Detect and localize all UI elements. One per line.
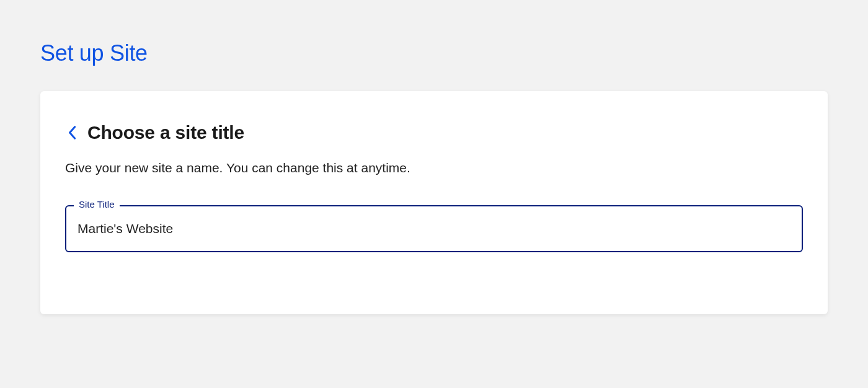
page-title: Set up Site <box>40 40 828 66</box>
card-title: Choose a site title <box>87 122 244 143</box>
setup-card: Choose a site title Give your new site a… <box>40 91 828 314</box>
card-header: Choose a site title <box>65 122 803 143</box>
card-subtitle: Give your new site a name. You can chang… <box>65 161 803 175</box>
back-icon[interactable] <box>65 124 79 141</box>
site-title-input[interactable] <box>65 205 803 252</box>
site-title-field-wrapper: Site Title <box>65 205 803 252</box>
site-title-label: Site Title <box>74 199 120 209</box>
